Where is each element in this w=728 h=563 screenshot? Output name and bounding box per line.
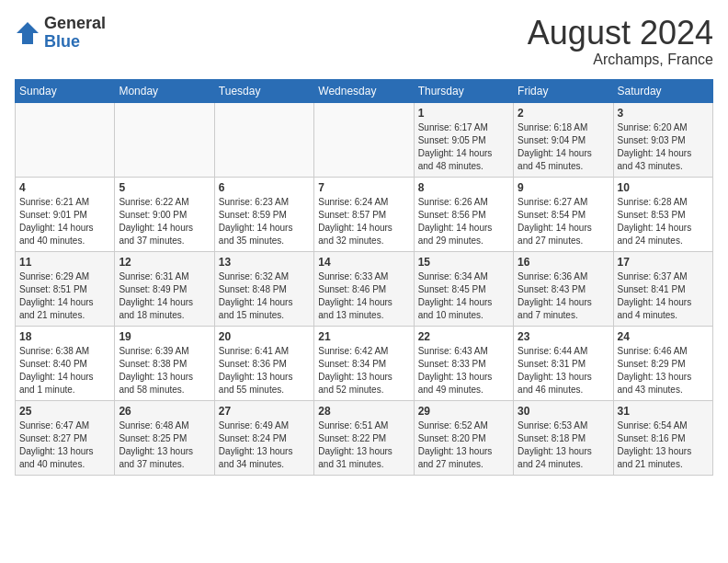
day-number: 16 — [518, 256, 609, 269]
calendar-cell: 8Sunrise: 6:26 AMSunset: 8:56 PMDaylight… — [414, 177, 513, 251]
title-block: August 2024 Archamps, France — [528, 15, 713, 68]
calendar-cell: 31Sunrise: 6:54 AMSunset: 8:16 PMDayligh… — [613, 400, 712, 475]
day-number: 19 — [119, 330, 210, 343]
day-number: 2 — [518, 107, 609, 120]
location: Archamps, France — [528, 52, 713, 68]
day-number: 11 — [19, 256, 110, 269]
calendar-cell: 1Sunrise: 6:17 AMSunset: 9:05 PMDaylight… — [414, 102, 513, 177]
calendar-cell: 25Sunrise: 6:47 AMSunset: 8:27 PMDayligh… — [16, 400, 115, 475]
calendar-cell: 7Sunrise: 6:24 AMSunset: 8:57 PMDaylight… — [314, 177, 414, 251]
day-number: 23 — [518, 330, 609, 343]
day-of-week-header: Sunday — [16, 79, 115, 102]
day-number: 5 — [119, 181, 210, 194]
day-number: 10 — [618, 181, 709, 194]
calendar-cell: 10Sunrise: 6:28 AMSunset: 8:53 PMDayligh… — [613, 177, 712, 251]
day-number: 3 — [618, 107, 709, 120]
day-info: Sunrise: 6:29 AMSunset: 8:51 PMDaylight:… — [19, 270, 110, 322]
calendar-cell: 11Sunrise: 6:29 AMSunset: 8:51 PMDayligh… — [16, 251, 115, 326]
calendar-week-row: 1Sunrise: 6:17 AMSunset: 9:05 PMDaylight… — [16, 102, 713, 177]
day-info: Sunrise: 6:47 AMSunset: 8:27 PMDaylight:… — [19, 419, 110, 471]
page-header: General Blue August 2024 Archamps, Franc… — [15, 15, 713, 68]
day-info: Sunrise: 6:33 AMSunset: 8:46 PMDaylight:… — [318, 270, 409, 322]
day-number: 17 — [618, 256, 709, 269]
day-number: 26 — [119, 405, 210, 418]
month-year: August 2024 — [528, 15, 713, 52]
day-number: 27 — [219, 405, 310, 418]
day-info: Sunrise: 6:43 AMSunset: 8:33 PMDaylight:… — [418, 345, 509, 396]
day-of-week-header: Wednesday — [314, 79, 414, 102]
day-info: Sunrise: 6:20 AMSunset: 9:03 PMDaylight:… — [618, 121, 709, 173]
day-info: Sunrise: 6:51 AMSunset: 8:22 PMDaylight:… — [318, 419, 409, 471]
calendar-cell — [214, 102, 313, 177]
logo-text: General Blue — [44, 15, 106, 52]
day-info: Sunrise: 6:31 AMSunset: 8:49 PMDaylight:… — [119, 270, 210, 322]
day-info: Sunrise: 6:28 AMSunset: 8:53 PMDaylight:… — [618, 196, 709, 247]
calendar-cell: 26Sunrise: 6:48 AMSunset: 8:25 PMDayligh… — [115, 400, 214, 475]
calendar-week-row: 18Sunrise: 6:38 AMSunset: 8:40 PMDayligh… — [16, 326, 713, 400]
day-number: 6 — [219, 181, 310, 194]
day-number: 24 — [618, 330, 709, 343]
calendar-cell — [115, 102, 214, 177]
day-info: Sunrise: 6:38 AMSunset: 8:40 PMDaylight:… — [19, 345, 110, 396]
calendar-cell: 3Sunrise: 6:20 AMSunset: 9:03 PMDaylight… — [613, 102, 712, 177]
day-info: Sunrise: 6:41 AMSunset: 8:36 PMDaylight:… — [219, 345, 310, 396]
calendar-cell: 14Sunrise: 6:33 AMSunset: 8:46 PMDayligh… — [314, 251, 414, 326]
calendar-header-row: SundayMondayTuesdayWednesdayThursdayFrid… — [16, 79, 713, 102]
day-of-week-header: Saturday — [613, 79, 712, 102]
day-info: Sunrise: 6:53 AMSunset: 8:18 PMDaylight:… — [518, 419, 609, 471]
day-info: Sunrise: 6:54 AMSunset: 8:16 PMDaylight:… — [618, 419, 709, 471]
day-number: 4 — [19, 181, 110, 194]
day-info: Sunrise: 6:27 AMSunset: 8:54 PMDaylight:… — [518, 196, 609, 247]
calendar-cell: 17Sunrise: 6:37 AMSunset: 8:41 PMDayligh… — [613, 251, 712, 326]
day-info: Sunrise: 6:34 AMSunset: 8:45 PMDaylight:… — [418, 270, 509, 322]
calendar-cell: 16Sunrise: 6:36 AMSunset: 8:43 PMDayligh… — [514, 251, 613, 326]
calendar-cell: 5Sunrise: 6:22 AMSunset: 9:00 PMDaylight… — [115, 177, 214, 251]
logo-general: General — [44, 15, 106, 33]
logo: General Blue — [15, 15, 106, 52]
svg-marker-0 — [17, 22, 39, 44]
day-number: 20 — [219, 330, 310, 343]
day-number: 1 — [418, 107, 509, 120]
day-info: Sunrise: 6:42 AMSunset: 8:34 PMDaylight:… — [318, 345, 409, 396]
day-info: Sunrise: 6:23 AMSunset: 8:59 PMDaylight:… — [219, 196, 310, 247]
day-of-week-header: Thursday — [414, 79, 513, 102]
calendar-cell: 28Sunrise: 6:51 AMSunset: 8:22 PMDayligh… — [314, 400, 414, 475]
day-info: Sunrise: 6:21 AMSunset: 9:01 PMDaylight:… — [19, 196, 110, 247]
day-number: 12 — [119, 256, 210, 269]
day-info: Sunrise: 6:52 AMSunset: 8:20 PMDaylight:… — [418, 419, 509, 471]
calendar-cell — [16, 102, 115, 177]
calendar-cell: 9Sunrise: 6:27 AMSunset: 8:54 PMDaylight… — [514, 177, 613, 251]
day-number: 30 — [518, 405, 609, 418]
calendar-week-row: 25Sunrise: 6:47 AMSunset: 8:27 PMDayligh… — [16, 400, 713, 475]
day-info: Sunrise: 6:26 AMSunset: 8:56 PMDaylight:… — [418, 196, 509, 247]
day-number: 21 — [318, 330, 409, 343]
day-number: 28 — [318, 405, 409, 418]
logo-blue: Blue — [44, 33, 106, 52]
day-info: Sunrise: 6:17 AMSunset: 9:05 PMDaylight:… — [418, 121, 509, 173]
calendar-cell: 15Sunrise: 6:34 AMSunset: 8:45 PMDayligh… — [414, 251, 513, 326]
day-info: Sunrise: 6:44 AMSunset: 8:31 PMDaylight:… — [518, 345, 609, 396]
calendar-cell — [314, 102, 414, 177]
day-info: Sunrise: 6:36 AMSunset: 8:43 PMDaylight:… — [518, 270, 609, 322]
day-info: Sunrise: 6:49 AMSunset: 8:24 PMDaylight:… — [219, 419, 310, 471]
calendar-cell: 30Sunrise: 6:53 AMSunset: 8:18 PMDayligh… — [514, 400, 613, 475]
calendar-cell: 19Sunrise: 6:39 AMSunset: 8:38 PMDayligh… — [115, 326, 214, 400]
calendar-table: SundayMondayTuesdayWednesdayThursdayFrid… — [15, 79, 713, 476]
day-info: Sunrise: 6:32 AMSunset: 8:48 PMDaylight:… — [219, 270, 310, 322]
calendar-cell: 2Sunrise: 6:18 AMSunset: 9:04 PMDaylight… — [514, 102, 613, 177]
day-number: 18 — [19, 330, 110, 343]
day-info: Sunrise: 6:24 AMSunset: 8:57 PMDaylight:… — [318, 196, 409, 247]
calendar-cell: 22Sunrise: 6:43 AMSunset: 8:33 PMDayligh… — [414, 326, 513, 400]
day-info: Sunrise: 6:48 AMSunset: 8:25 PMDaylight:… — [119, 419, 210, 471]
day-number: 9 — [518, 181, 609, 194]
day-info: Sunrise: 6:18 AMSunset: 9:04 PMDaylight:… — [518, 121, 609, 173]
day-number: 14 — [318, 256, 409, 269]
day-of-week-header: Tuesday — [214, 79, 313, 102]
day-number: 29 — [418, 405, 509, 418]
day-number: 22 — [418, 330, 509, 343]
day-info: Sunrise: 6:39 AMSunset: 8:38 PMDaylight:… — [119, 345, 210, 396]
calendar-week-row: 4Sunrise: 6:21 AMSunset: 9:01 PMDaylight… — [16, 177, 713, 251]
day-of-week-header: Monday — [115, 79, 214, 102]
calendar-cell: 4Sunrise: 6:21 AMSunset: 9:01 PMDaylight… — [16, 177, 115, 251]
calendar-body: 1Sunrise: 6:17 AMSunset: 9:05 PMDaylight… — [16, 102, 713, 475]
